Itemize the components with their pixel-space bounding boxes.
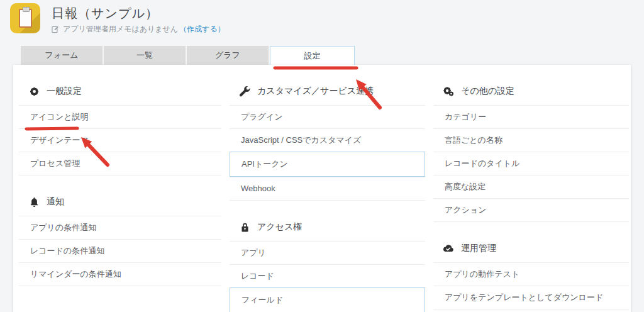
tab-bar: フォーム一覧グラフ設定 xyxy=(21,46,356,65)
tab-graph[interactable]: グラフ xyxy=(187,46,269,65)
app-header: 日報（サンプル） アプリ管理者用メモはありません （作成する） xyxy=(10,3,225,35)
settings-item-app-test[interactable]: アプリの動作テスト xyxy=(433,262,629,286)
create-memo-link[interactable]: （作成する） xyxy=(179,24,225,35)
gear-icon xyxy=(28,86,40,97)
settings-item-advanced-settings[interactable]: 高度な設定 xyxy=(433,175,629,198)
section-title: アクセス権 xyxy=(257,221,302,233)
settings-column: カスタマイズ／サービス連携プラグインJavaScript / CSSでカスタマイ… xyxy=(230,65,425,312)
settings-item-design-theme[interactable]: デザインテーマ xyxy=(19,128,221,152)
item-list-customize-service-integration: プラグインJavaScript / CSSでカスタマイズAPIトークンWebho… xyxy=(230,105,425,201)
lock-icon xyxy=(239,222,250,233)
section-heading-other-settings: その他の設定 xyxy=(433,65,629,105)
section-title: 運用管理 xyxy=(461,243,496,254)
settings-item-download-as-template[interactable]: アプリをテンプレートとしてダウンロード xyxy=(433,286,629,309)
settings-item-per-language-name[interactable]: 言語ごとの名称 xyxy=(433,128,629,152)
item-list-general-settings: アイコンと説明デザインテーマプロセス管理 xyxy=(19,105,221,176)
section-heading-general-settings: 一般設定 xyxy=(19,65,221,105)
settings-item-reminder-condition-notification[interactable]: リマインダーの条件通知 xyxy=(19,262,221,286)
app-icon xyxy=(10,3,40,33)
settings-item-app-condition-notification[interactable]: アプリの条件通知 xyxy=(19,216,221,239)
item-list-access-permissions: アプリレコードフィールド xyxy=(230,241,425,312)
settings-item-record-title[interactable]: レコードのタイトル xyxy=(433,152,629,175)
tab-form[interactable]: フォーム xyxy=(21,46,103,65)
item-list-other-settings: カテゴリー言語ごとの名称レコードのタイトル高度な設定アクション xyxy=(433,105,629,222)
section-title: 一般設定 xyxy=(47,86,82,97)
item-list-operation-management: アプリの動作テストアプリをテンプレートとしてダウンロード xyxy=(433,262,629,309)
page-title: 日報（サンプル） xyxy=(52,5,225,21)
settings-item-process-management[interactable]: プロセス管理 xyxy=(19,152,221,175)
settings-item-category[interactable]: カテゴリー xyxy=(433,105,629,128)
settings-column: 一般設定アイコンと説明デザインテーマプロセス管理 通知アプリの条件通知レコードの… xyxy=(19,65,221,312)
settings-item-record-permission[interactable]: レコード xyxy=(230,264,425,287)
section-heading-access-permissions: アクセス権 xyxy=(230,201,425,241)
memo-icon xyxy=(52,25,60,33)
settings-item-record-condition-notification[interactable]: レコードの条件通知 xyxy=(19,239,221,262)
section-heading-notifications: 通知 xyxy=(19,176,221,216)
settings-item-plugin[interactable]: プラグイン xyxy=(230,105,425,128)
settings-item-field-permission[interactable]: フィールド xyxy=(230,287,425,312)
settings-item-javascript-css-customize[interactable]: JavaScript / CSSでカスタマイズ xyxy=(230,128,425,152)
section-title: 通知 xyxy=(47,196,64,208)
item-list-notifications: アプリの条件通知レコードの条件通知リマインダーの条件通知 xyxy=(19,216,221,286)
section-title: その他の設定 xyxy=(461,86,514,97)
wrench-icon xyxy=(239,86,250,97)
settings-item-api-token[interactable]: APIトークン xyxy=(230,152,425,177)
bell-icon xyxy=(28,197,40,208)
tab-settings[interactable]: 設定 xyxy=(270,46,355,65)
settings-column: その他の設定カテゴリー言語ごとの名称レコードのタイトル高度な設定アクション 運用… xyxy=(433,65,629,312)
settings-panel: 一般設定アイコンと説明デザインテーマプロセス管理 通知アプリの条件通知レコードの… xyxy=(13,65,631,312)
section-heading-operation-management: 運用管理 xyxy=(433,222,629,262)
clipboard-icon xyxy=(19,9,32,28)
cloud-check-icon xyxy=(443,244,454,253)
memo-text: アプリ管理者用メモはありません xyxy=(63,24,178,35)
settings-item-action[interactable]: アクション xyxy=(433,198,629,221)
settings-item-webhook[interactable]: Webhook xyxy=(230,177,425,200)
settings-item-app-permission[interactable]: アプリ xyxy=(230,241,425,264)
gears-icon xyxy=(443,86,454,97)
settings-item-icon-and-description[interactable]: アイコンと説明 xyxy=(19,105,221,128)
section-title: カスタマイズ／サービス連携 xyxy=(257,86,374,97)
tab-list[interactable]: 一覧 xyxy=(104,46,186,65)
section-heading-customize-service-integration: カスタマイズ／サービス連携 xyxy=(230,65,425,105)
